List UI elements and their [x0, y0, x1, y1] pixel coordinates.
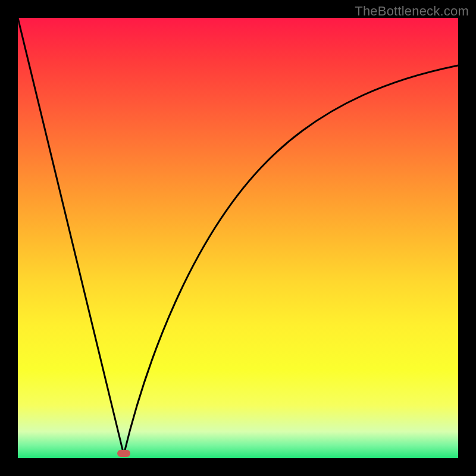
watermark-text: TheBottleneck.com	[355, 4, 469, 19]
curve-left-branch	[18, 18, 124, 455]
plot-area	[18, 18, 458, 458]
bottleneck-curve	[18, 18, 458, 458]
curve-right-branch	[124, 65, 458, 455]
optimal-point-marker	[117, 450, 130, 457]
